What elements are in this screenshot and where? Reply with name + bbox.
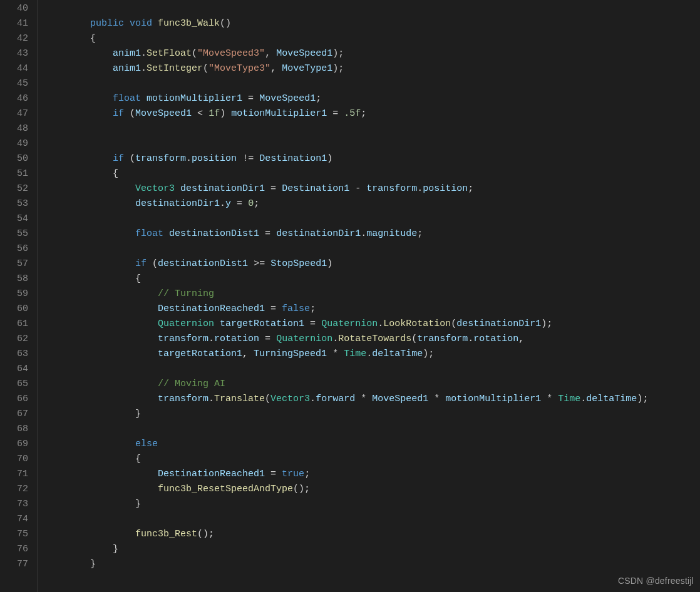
code-line[interactable]: float destinationDist1 = destinationDir1… — [45, 227, 648, 242]
code-line[interactable]: func3b_Rest(); — [45, 527, 648, 542]
line-number: 48 — [0, 121, 28, 136]
line-number: 77 — [0, 557, 28, 572]
code-line[interactable] — [45, 1, 648, 16]
token-punc: . — [378, 319, 383, 329]
code-line[interactable]: if (transform.position != Destination1) — [45, 151, 648, 166]
token-cmt: // Turning — [158, 288, 214, 299]
token-bool: true — [282, 469, 304, 479]
code-line[interactable]: func3b_ResetSpeedAndType(); — [45, 482, 648, 497]
token-sp — [265, 183, 270, 194]
token-op: = — [265, 228, 270, 239]
token-type: Quaternion — [276, 334, 332, 344]
token-field: DestinationReached1 — [158, 304, 265, 314]
token-paren: ( — [152, 258, 158, 269]
token-field: TurningSpeed1 — [254, 349, 327, 359]
token-field: StopSpeed1 — [270, 258, 327, 269]
line-number: 72 — [0, 482, 28, 497]
code-line[interactable]: anim1.SetInteger("MoveType3", MoveType1)… — [45, 61, 648, 76]
token-op: = — [270, 469, 276, 479]
token-paren: ) — [332, 63, 338, 74]
line-number: 63 — [0, 347, 28, 362]
token-sp — [541, 394, 547, 404]
token-field: destinationDist1 — [169, 228, 259, 239]
code-line[interactable]: { — [45, 452, 648, 467]
token-paren: ( — [203, 63, 208, 74]
code-line[interactable]: destinationDir1.y = 0; — [45, 196, 648, 212]
code-line[interactable] — [45, 212, 648, 227]
token-kw: void — [130, 18, 152, 29]
line-number: 71 — [0, 467, 28, 482]
token-paren: ( — [130, 108, 135, 119]
token-op: - — [355, 183, 361, 194]
code-line[interactable]: DestinationReached1 = false; — [45, 302, 648, 317]
code-line[interactable]: float motionMultiplier1 = MoveSpeed1; — [45, 91, 648, 106]
code-line[interactable]: targetRotation1, TurningSpeed1 * Time.de… — [45, 347, 648, 362]
token-field: transform — [158, 334, 208, 344]
token-op: * — [547, 394, 552, 404]
code-line[interactable]: transform.rotation = Quaternion.RotateTo… — [45, 332, 648, 347]
line-number: 64 — [0, 362, 28, 377]
code-line[interactable]: } — [45, 557, 648, 572]
token-op: != — [242, 153, 254, 164]
token-field: targetRotation1 — [220, 319, 304, 329]
line-number: 65 — [0, 377, 28, 392]
token-sp — [259, 228, 265, 239]
token-kw: float — [135, 228, 163, 239]
token-op: = — [265, 334, 270, 344]
code-line[interactable]: // Turning — [45, 287, 648, 302]
token-num: .5f — [344, 108, 361, 119]
token-sp — [124, 153, 130, 164]
code-line[interactable] — [45, 121, 648, 136]
code-line[interactable]: anim1.SetFloat("MoveSpeed3", MoveSpeed1)… — [45, 46, 648, 61]
code-line[interactable] — [45, 512, 648, 527]
code-line[interactable]: if (destinationDist1 >= StopSpeed1) — [45, 257, 648, 272]
code-line[interactable]: { — [45, 31, 648, 46]
token-field: transform — [366, 183, 417, 194]
code-line[interactable]: { — [45, 272, 648, 287]
token-field: DestinationReached1 — [158, 469, 265, 479]
code-line[interactable]: public void func3b_Walk() — [45, 16, 648, 31]
line-number: 74 — [0, 512, 28, 527]
code-line[interactable] — [45, 422, 648, 437]
token-sp — [265, 469, 270, 479]
code-line[interactable] — [45, 76, 648, 91]
token-func: Translate — [214, 394, 265, 404]
token-func: func3b_Walk — [158, 18, 220, 29]
token-field: position — [423, 183, 468, 194]
code-line[interactable] — [45, 242, 648, 257]
token-punc: ; — [338, 63, 344, 74]
token-paren: () — [197, 529, 208, 539]
token-punc: ; — [417, 228, 423, 239]
code-line[interactable]: // Moving AI — [45, 377, 648, 392]
token-field: destinationDir1 — [276, 228, 361, 239]
token-type: Time — [558, 394, 580, 404]
token-sp — [270, 228, 276, 239]
token-type: Quaternion — [158, 319, 214, 329]
code-line[interactable]: Quaternion targetRotation1 = Quaternion.… — [45, 317, 648, 332]
code-line[interactable]: DestinationReached1 = true; — [45, 467, 648, 482]
code-line[interactable]: transform.Translate(Vector3.forward * Mo… — [45, 392, 648, 407]
token-paren: () — [220, 18, 231, 29]
code-line[interactable] — [45, 362, 648, 377]
token-field: anim1 — [113, 48, 141, 59]
code-line[interactable]: } — [45, 497, 648, 512]
code-line[interactable] — [45, 136, 648, 151]
code-line[interactable]: else — [45, 437, 648, 452]
token-sp — [265, 258, 270, 269]
token-op: = — [270, 183, 276, 194]
code-line[interactable]: } — [45, 407, 648, 422]
code-line[interactable]: if (MoveSpeed1 < 1f) motionMultiplier1 =… — [45, 106, 648, 121]
code-area[interactable]: public void func3b_Walk() { anim1.SetFlo… — [38, 0, 648, 592]
token-punc: . — [417, 183, 423, 194]
code-line[interactable]: Vector3 destinationDir1 = Destination1 -… — [45, 181, 648, 196]
token-field: anim1 — [113, 63, 141, 74]
line-number: 52 — [0, 181, 28, 196]
token-punc: . — [186, 153, 192, 164]
code-line[interactable]: } — [45, 542, 648, 557]
code-line[interactable]: { — [45, 166, 648, 181]
line-number: 66 — [0, 392, 28, 407]
token-punc: ; — [304, 484, 310, 494]
code-editor[interactable]: 4041424344454647484950515253545556575859… — [0, 0, 700, 592]
token-punc: . — [208, 394, 214, 404]
line-number: 46 — [0, 91, 28, 106]
